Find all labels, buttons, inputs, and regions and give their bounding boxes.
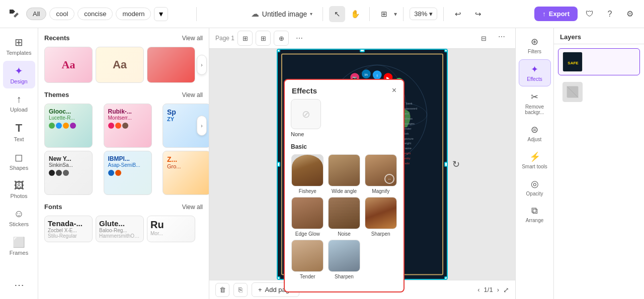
grid-dropdown-icon[interactable]: ▾ — [394, 11, 397, 18]
recent-item-3[interactable] — [147, 47, 195, 83]
handle-br[interactable] — [444, 276, 448, 280]
remove-bg-btn[interactable]: ✂ Remove backgr... — [519, 87, 551, 119]
recent-item-2[interactable]: Aa — [96, 47, 144, 83]
effect-edge-glow[interactable]: Edge Glow — [291, 197, 325, 237]
handle-tl[interactable] — [277, 49, 280, 52]
canvas-more-btn[interactable]: ⋯ — [292, 32, 307, 44]
stickers-icon: ☺ — [14, 208, 24, 220]
effect-sharpen[interactable]: Sharpen — [364, 197, 397, 237]
filters-btn[interactable]: ⊛ Filters — [519, 32, 551, 58]
fisheye-preview — [292, 155, 323, 186]
theme-item-1[interactable]: Glooc... Lucette-R... — [44, 104, 93, 148]
effects-btn[interactable]: ✦ Effects — [519, 59, 551, 86]
effects-close-btn[interactable]: × — [392, 86, 396, 95]
effect-wide-angle[interactable]: Wide angle — [328, 154, 361, 194]
fonts-view-all[interactable]: View all — [182, 204, 203, 211]
select-tool-btn[interactable]: ↖ — [329, 6, 345, 22]
tag-modern[interactable]: modern — [116, 8, 151, 20]
theme-item-6[interactable]: Z... Gro... — [163, 151, 209, 195]
recents-nav-btn[interactable]: › — [197, 55, 207, 75]
recent-item-1[interactable]: Aa — [44, 47, 93, 83]
handle-tc[interactable] — [360, 49, 365, 52]
font-item-2[interactable]: Glute... Baloo-Reg... HammersmithOn... — [96, 216, 144, 242]
layer-thumb-2 — [562, 82, 583, 102]
sidebar-item-design[interactable]: ✦ Design — [3, 61, 35, 88]
effect-magnify[interactable]: ↔ Magnify — [364, 154, 397, 194]
theme-item-5[interactable]: IBMPl... Asap-SemiB... — [104, 151, 152, 195]
opacity-btn[interactable]: ◎ Opacity — [519, 174, 551, 201]
tag-dropdown[interactable]: ▾ — [154, 7, 168, 21]
topbar-divider-1 — [196, 7, 197, 21]
theme-item-2[interactable]: Rubik-... Montserr... — [104, 104, 152, 148]
effect-edge-label: Edge Glow — [295, 231, 320, 237]
smart-tools-label: Smart tools — [522, 164, 547, 169]
undo-btn[interactable]: ↩ — [450, 6, 466, 22]
layer-item-2[interactable] — [558, 78, 640, 106]
adjust-btn[interactable]: ⊜ Adjust — [519, 120, 551, 146]
layers-title: Layers — [554, 28, 644, 44]
effects-none-card[interactable]: ⊘ — [291, 99, 321, 129]
font-item-3[interactable]: Ru Mor... — [147, 216, 195, 242]
font-2-sub: Baloo-Reg... — [99, 228, 140, 233]
grid-tool-btn[interactable]: ⊞ — [376, 6, 392, 22]
page-nav-prev[interactable]: ‹ — [477, 286, 479, 293]
effect-magnify-label: Magnify — [372, 188, 389, 194]
page-nav-next[interactable]: › — [497, 286, 499, 293]
sidebar-item-templates[interactable]: ⊞ Templates — [3, 32, 35, 60]
sidebar-item-shapes[interactable]: ◻ Shapes — [3, 147, 35, 175]
magnify-overlay: ↔ — [384, 174, 394, 184]
arrange-btn[interactable]: ⧉ Arrange — [519, 202, 551, 227]
canvas-resize-btn[interactable]: ⊟ — [476, 31, 491, 46]
effect-fisheye[interactable]: Fisheye — [291, 154, 325, 194]
handle-tr[interactable] — [444, 49, 448, 52]
sidebar-item-text[interactable]: T Text — [3, 118, 35, 146]
sidebar-item-stickers[interactable]: ☺ Stickers — [3, 204, 35, 231]
tag-all[interactable]: All — [26, 8, 46, 20]
smart-tools-btn[interactable]: ⚡ Smart tools — [519, 147, 551, 173]
theme-4-inner: New Y... SinkinSa... — [45, 151, 92, 194]
sidebar-item-more[interactable]: ⋯ — [3, 275, 35, 295]
redo-btn[interactable]: ↪ — [470, 6, 486, 22]
remove-bg-label: Remove backgr... — [522, 104, 548, 115]
sidebar-item-photos[interactable]: 🖼 Photos — [3, 176, 35, 203]
canvas-delete-btn[interactable]: 🗑 — [215, 283, 229, 297]
handle-bl[interactable] — [277, 276, 280, 280]
layer-item-1[interactable]: SAFE — [558, 48, 640, 75]
sidebar-item-upload[interactable]: ↑ Upload — [3, 89, 35, 117]
design-icon: ✦ — [15, 65, 23, 77]
handle-lc[interactable] — [277, 162, 280, 167]
canvas-tool-grid[interactable]: ⊞ — [256, 31, 271, 46]
themes-nav-btn-1[interactable]: › — [197, 116, 207, 136]
expand-btn[interactable]: ⤢ — [503, 286, 509, 294]
sidebar-label-upload: Upload — [10, 107, 28, 113]
svg-text:in: in — [365, 72, 368, 77]
canvas-copy-btn[interactable]: ⎘ — [233, 283, 248, 297]
sidebar-item-frames[interactable]: ⬜ Frames — [3, 232, 35, 260]
color-dot — [63, 123, 69, 129]
effect-noise[interactable]: Noise — [328, 197, 361, 237]
theme-item-4[interactable]: New Y... SinkinSa... — [44, 151, 93, 195]
theme-1-inner: Glooc... Lucette-R... — [45, 104, 92, 147]
photos-icon: 🖼 — [14, 180, 24, 191]
export-button[interactable]: ↑ Export — [534, 7, 578, 21]
canvas-tool-crop[interactable]: ⊞ — [237, 31, 253, 46]
canvas-rotate-handle[interactable]: ↻ — [452, 159, 460, 170]
tag-cool[interactable]: cool — [49, 8, 74, 20]
file-title-area[interactable]: ☁ Untitled image ▾ — [247, 7, 317, 21]
recents-view-all[interactable]: View all — [182, 35, 203, 42]
font-item-1[interactable]: Tenada-... Zocbel X-E... Stilu-Regular — [44, 216, 93, 242]
security-icon-btn[interactable]: 🛡 — [582, 6, 598, 22]
settings-icon-btn[interactable]: ⚙ — [622, 6, 638, 22]
svg-text:picture: picture — [405, 137, 414, 140]
effect-sharpen2[interactable]: Sharpen — [328, 240, 361, 279]
help-icon-btn[interactable]: ? — [602, 6, 618, 22]
effect-tender[interactable]: Tender — [291, 240, 325, 279]
canvas-more-right[interactable]: ⋯ — [494, 31, 509, 46]
hand-tool-btn[interactable]: ✋ — [347, 6, 363, 22]
themes-view-all[interactable]: View all — [182, 91, 203, 98]
logo[interactable] — [6, 6, 22, 22]
handle-rc[interactable] — [444, 162, 448, 167]
zoom-control[interactable]: 38% ▾ — [410, 8, 437, 20]
tag-concise[interactable]: concise — [77, 8, 113, 20]
canvas-tool-copy[interactable]: ⊕ — [274, 31, 289, 46]
